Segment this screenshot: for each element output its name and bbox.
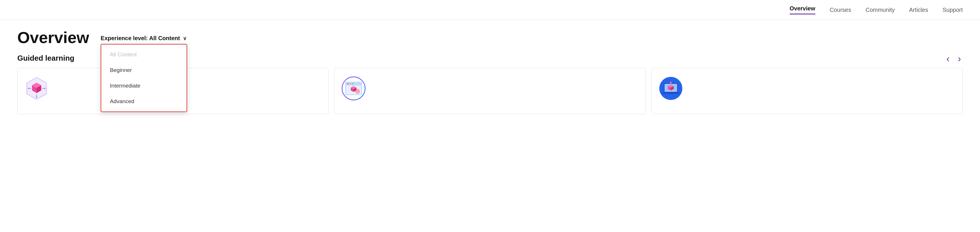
card-2-icon — [342, 76, 366, 101]
dropdown-option-advanced[interactable]: Advanced — [101, 94, 186, 109]
card-3-icon — [659, 76, 683, 101]
svg-point-16 — [352, 83, 353, 84]
chevron-down-icon: ∨ — [183, 35, 186, 42]
svg-point-15 — [350, 83, 351, 84]
guided-learning-label: Guided learning — [17, 54, 75, 63]
filter-label: Experience level: All Content — [101, 35, 180, 42]
nav-arrows: ‹ › — [945, 53, 963, 63]
filter-dropdown-button[interactable]: Experience level: All Content ∨ — [101, 33, 186, 44]
svg-point-14 — [347, 83, 349, 84]
filter-dropdown-wrapper: Experience level: All Content ∨ All Cont… — [101, 33, 186, 44]
svg-rect-26 — [662, 93, 679, 94]
nav-item-support[interactable]: Support — [942, 6, 963, 13]
card-2[interactable] — [334, 68, 646, 114]
svg-point-9 — [44, 88, 46, 89]
dropdown-option-beginner[interactable]: Beginner — [101, 62, 186, 78]
dropdown-option-intermediate[interactable]: Intermediate — [101, 78, 186, 94]
nav-item-community[interactable]: Community — [865, 6, 895, 13]
svg-point-20 — [356, 89, 360, 93]
nav-item-overview[interactable]: Overview — [790, 5, 815, 14]
nav-item-articles[interactable]: Articles — [909, 6, 928, 13]
svg-point-10 — [36, 96, 38, 98]
title-row: Overview Experience level: All Content ∨… — [17, 29, 963, 46]
card-3[interactable] — [652, 68, 963, 114]
dropdown-option-all[interactable]: All Content — [101, 47, 186, 62]
page-title: Overview — [17, 29, 89, 46]
filter-dropdown-menu: All Content Beginner Intermediate Advanc… — [101, 44, 187, 112]
prev-arrow-button[interactable]: ‹ — [945, 53, 951, 63]
nav-item-courses[interactable]: Courses — [830, 6, 851, 13]
next-arrow-button[interactable]: › — [956, 53, 963, 63]
svg-point-8 — [28, 88, 29, 89]
main-content: Overview Experience level: All Content ∨… — [0, 20, 980, 120]
top-nav: Overview Courses Community Articles Supp… — [0, 0, 980, 20]
card-1-icon — [24, 76, 49, 101]
